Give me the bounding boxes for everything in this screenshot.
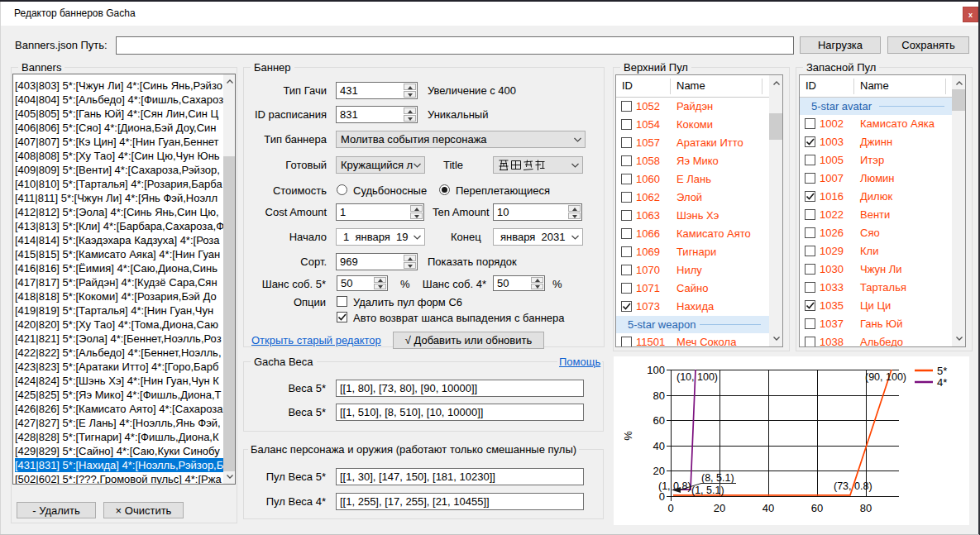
svg-text:80: 80 xyxy=(653,389,665,402)
svg-text:0: 0 xyxy=(667,502,673,514)
svg-text:0: 0 xyxy=(659,490,665,503)
svg-text:4*: 4* xyxy=(937,376,947,389)
svg-text:40: 40 xyxy=(762,502,774,514)
svg-text:40: 40 xyxy=(653,440,665,452)
svg-text:%: % xyxy=(622,431,634,441)
svg-text:60: 60 xyxy=(653,414,665,427)
svg-text:20: 20 xyxy=(653,465,665,477)
svg-text:20: 20 xyxy=(714,502,725,514)
svg-text:(1, 5.1): (1, 5.1) xyxy=(691,485,724,496)
svg-text:5*: 5* xyxy=(937,365,947,377)
svg-text:(73, 0.8): (73, 0.8) xyxy=(834,480,872,492)
svg-text:80: 80 xyxy=(860,502,872,514)
svg-text:60: 60 xyxy=(811,502,823,514)
svg-text:(10, 100): (10, 100) xyxy=(676,371,718,383)
svg-text:100: 100 xyxy=(647,364,665,376)
svg-text:(90, 100): (90, 100) xyxy=(865,371,906,383)
svg-text:(8, 5.1): (8, 5.1) xyxy=(701,472,734,484)
